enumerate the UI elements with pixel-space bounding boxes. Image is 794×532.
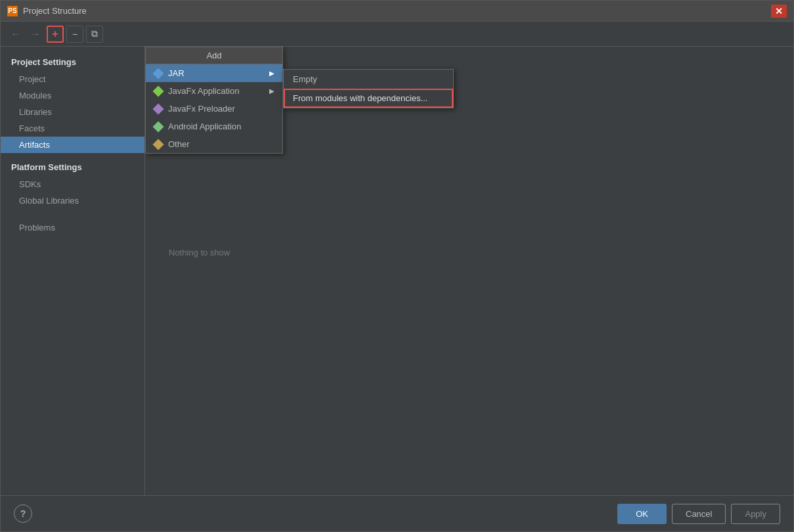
platform-settings-heading: Platform Settings: [1, 158, 144, 176]
add-menu-item-javafx-app[interactable]: JavaFx Application ▶: [146, 82, 282, 100]
javafx-app-arrow-icon: ▶: [269, 87, 275, 95]
bottom-buttons: OK Cancel Apply: [617, 504, 780, 524]
sidebar-item-modules[interactable]: Modules: [1, 87, 144, 104]
project-settings-heading: Project Settings: [1, 53, 144, 71]
sidebar-item-facets[interactable]: Facets: [1, 120, 144, 137]
project-structure-window: PS Project Structure ✕ ← → + − ⧉ Project…: [0, 0, 794, 532]
jar-icon: [154, 69, 163, 78]
other-label: Other: [168, 139, 190, 149]
help-button[interactable]: ?: [14, 504, 32, 523]
jar-from-modules-item[interactable]: From modules with dependencies...: [284, 89, 453, 108]
window-title: Project Structure: [23, 6, 771, 16]
title-bar: PS Project Structure ✕: [1, 1, 793, 22]
other-icon: [154, 140, 163, 149]
app-icon: PS: [7, 6, 18, 16]
cancel-button[interactable]: Cancel: [672, 504, 726, 524]
android-label: Android Application: [168, 122, 241, 131]
sidebar: Project Settings Project Modules Librari…: [1, 47, 145, 495]
bottom-bar: ? OK Cancel Apply: [1, 495, 793, 531]
sidebar-item-project[interactable]: Project: [1, 71, 144, 87]
content-area: ← → + − ⧉ Project Settings Project Modul…: [1, 22, 793, 495]
close-button[interactable]: ✕: [771, 5, 787, 18]
jar-from-modules-label: From modules with dependencies...: [293, 93, 428, 103]
sidebar-item-global-libraries[interactable]: Global Libraries: [1, 192, 144, 209]
add-button[interactable]: +: [47, 26, 64, 43]
javafx-app-label: JavaFx Application: [168, 86, 239, 96]
android-icon: [154, 122, 163, 131]
nothing-to-show-label: Nothing to show: [158, 237, 240, 268]
remove-button[interactable]: −: [66, 26, 83, 43]
back-button[interactable]: ←: [7, 26, 24, 43]
jar-arrow-icon: ▶: [269, 70, 275, 77]
add-menu-item-android[interactable]: Android Application: [146, 118, 282, 135]
javafx-preloader-icon: [154, 104, 163, 114]
jar-empty-label: Empty: [293, 74, 317, 84]
dropdown-overlay: Add JAR ▶ JavaFx Applicat: [145, 47, 793, 495]
copy-button[interactable]: ⧉: [86, 26, 103, 43]
sidebar-item-sdks[interactable]: SDKs: [1, 176, 144, 192]
add-menu: Add JAR ▶ JavaFx Applicat: [145, 47, 283, 154]
sidebar-item-artifacts[interactable]: Artifacts: [1, 137, 144, 153]
jar-empty-item[interactable]: Empty: [284, 70, 453, 89]
jar-submenu: Empty From modules with dependencies...: [283, 69, 454, 108]
add-menu-item-other[interactable]: Other: [146, 135, 282, 153]
add-menu-header: Add: [146, 47, 282, 64]
add-menu-item-jar[interactable]: JAR ▶: [146, 64, 282, 82]
sidebar-item-problems[interactable]: Problems: [1, 219, 144, 236]
add-menu-item-javafx-preloader[interactable]: JavaFx Preloader: [146, 100, 282, 118]
main-content: Nothing to show Add JAR ▶: [145, 47, 793, 495]
sidebar-item-libraries[interactable]: Libraries: [1, 104, 144, 120]
jar-label: JAR: [168, 68, 185, 78]
toolbar: ← → + − ⧉: [1, 22, 793, 47]
main-layout: Project Settings Project Modules Librari…: [1, 47, 793, 495]
forward-button[interactable]: →: [27, 26, 44, 43]
javafx-preloader-label: JavaFx Preloader: [168, 104, 235, 114]
ok-button[interactable]: OK: [617, 504, 667, 524]
javafx-app-icon: [154, 87, 163, 96]
apply-button[interactable]: Apply: [731, 504, 780, 524]
